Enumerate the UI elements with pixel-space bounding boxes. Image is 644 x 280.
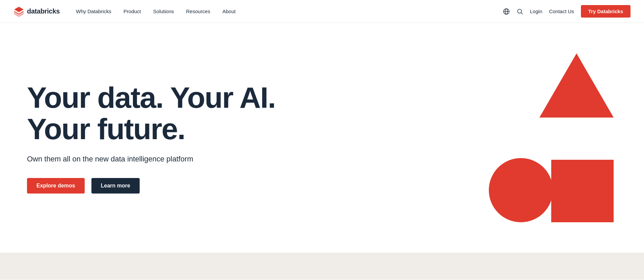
search-icon-button[interactable] [516,8,523,15]
globe-icon [503,8,510,15]
globe-icon-button[interactable] [503,8,510,15]
circle-shape [489,158,553,222]
nav-links: Why Databricks Product Solutions Resourc… [76,8,503,14]
hero-subtitle: Own them all on the new data intelligenc… [27,154,297,164]
learn-more-button[interactable]: Learn more [91,178,140,194]
logo-text: databricks [27,7,60,15]
hero-section: Your data. Your AI. Your future. Own the… [0,23,644,253]
triangle-shape [539,53,614,118]
hero-title-line1: Your data. Your AI. [27,81,275,114]
nav-link-why-databricks[interactable]: Why Databricks [76,8,111,14]
contact-us-button[interactable]: Contact Us [549,8,574,14]
nav-right: Login Contact Us Try Databricks [503,5,631,18]
bottom-bar [0,253,644,280]
try-databricks-button[interactable]: Try Databricks [581,5,631,18]
square-shape [551,160,614,222]
svg-marker-0 [14,7,24,12]
hero-content: Your data. Your AI. Your future. Own the… [27,82,297,194]
logo-link[interactable]: databricks [13,6,60,17]
hero-title-line2: Your future. [27,112,185,146]
nav-link-about[interactable]: About [222,8,235,14]
nav-link-solutions[interactable]: Solutions [153,8,174,14]
hero-shapes [482,53,624,222]
logo-icon [13,6,24,17]
login-button[interactable]: Login [530,8,542,14]
search-icon [516,8,523,15]
nav-link-product[interactable]: Product [123,8,141,14]
nav-link-resources[interactable]: Resources [186,8,211,14]
svg-point-6 [517,9,522,13]
navbar: databricks Why Databricks Product Soluti… [0,0,644,23]
svg-line-7 [521,12,523,14]
explore-demos-button[interactable]: Explore demos [27,178,85,194]
hero-title: Your data. Your AI. Your future. [27,82,297,145]
hero-buttons: Explore demos Learn more [27,178,297,194]
